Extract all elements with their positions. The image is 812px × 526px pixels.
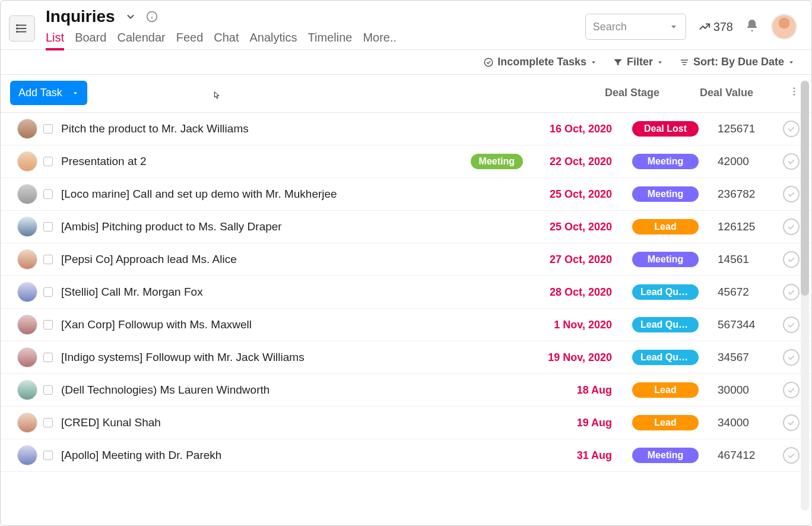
complete-task-button[interactable] <box>783 284 800 300</box>
assignee-avatar[interactable] <box>17 217 37 237</box>
task-checkbox[interactable] <box>43 451 53 460</box>
task-checkbox[interactable] <box>43 255 53 264</box>
task-row[interactable]: [Ambis] Pitching product to Ms. Sally Dr… <box>1 211 811 243</box>
col-header-value[interactable]: Deal Value <box>700 87 771 99</box>
task-title[interactable]: (Dell Technologies) Ms Lauren Windworth <box>61 384 529 397</box>
complete-task-button[interactable] <box>783 218 800 235</box>
deal-stage-pill[interactable]: Deal Lost <box>632 121 699 137</box>
deal-stage-pill[interactable]: Meeting <box>632 252 699 267</box>
task-title[interactable]: [Apollo] Meeting with Dr. Parekh <box>61 449 529 462</box>
deal-stage-pill[interactable]: Lead <box>632 415 699 430</box>
assignee-avatar[interactable] <box>17 282 37 302</box>
complete-task-button[interactable] <box>783 414 800 431</box>
user-avatar[interactable] <box>771 14 797 40</box>
svg-marker-12 <box>658 61 662 64</box>
complete-task-button[interactable] <box>783 349 800 366</box>
task-row[interactable]: Pitch the product to Mr. Jack Williams16… <box>1 113 811 145</box>
task-due-date: 28 Oct, 2020 <box>529 286 612 299</box>
assignee-avatar[interactable] <box>17 151 37 172</box>
complete-task-button[interactable] <box>783 382 800 398</box>
task-row[interactable]: [Stellio] Call Mr. Morgan Fox28 Oct, 202… <box>1 276 811 309</box>
notifications-button[interactable] <box>745 18 759 35</box>
assignee-avatar[interactable] <box>17 347 37 367</box>
scrollbar-thumb[interactable] <box>801 81 809 296</box>
complete-task-button[interactable] <box>783 251 800 268</box>
svg-point-3 <box>17 25 18 26</box>
task-checkbox[interactable] <box>43 353 53 362</box>
task-row[interactable]: [Indigo systems] Followup with Mr. Jack … <box>1 341 811 374</box>
svg-point-19 <box>794 91 795 93</box>
assignee-avatar[interactable] <box>17 413 37 433</box>
assignee-avatar[interactable] <box>17 380 37 400</box>
task-checkbox[interactable] <box>43 157 53 166</box>
task-row[interactable]: [CRED] Kunal Shah19 AugLead34000 <box>1 407 811 439</box>
deal-stage-pill[interactable]: Meeting <box>632 448 699 463</box>
task-row[interactable]: [Xan Corp] Followup with Ms. Maxwell1 No… <box>1 309 811 341</box>
task-title[interactable]: Presentation at 2 <box>61 155 471 168</box>
deal-stage-pill[interactable]: Meeting <box>632 186 699 202</box>
task-row[interactable]: [Apollo] Meeting with Dr. Parekh31 AugMe… <box>1 439 811 472</box>
status-filter[interactable]: Incomplete Tasks <box>483 56 597 68</box>
list-toolbar: Incomplete Tasks Filter Sort: By Due Dat… <box>1 49 811 74</box>
task-title[interactable]: [Pepsi Co] Approach lead Ms. Alice <box>61 253 529 266</box>
task-checkbox[interactable] <box>43 189 53 199</box>
activity-stat[interactable]: 378 <box>698 20 733 34</box>
chevron-down-icon <box>669 22 678 31</box>
deal-stage-pill[interactable]: Lead Quali... <box>632 350 699 365</box>
task-row[interactable]: [Loco marine] Call and set up demo with … <box>1 178 811 211</box>
activity-icon <box>698 20 711 33</box>
deal-stage-pill[interactable]: Meeting <box>632 154 699 169</box>
task-title[interactable]: Pitch the product to Mr. Jack Williams <box>61 122 529 135</box>
deal-stage-pill[interactable]: Lead Quali... <box>632 284 699 300</box>
complete-task-button[interactable] <box>783 121 800 137</box>
task-checkbox[interactable] <box>43 124 53 134</box>
tab-chat[interactable]: Chat <box>214 31 239 50</box>
deal-stage-pill[interactable]: Lead Quali... <box>632 317 699 332</box>
filter-button[interactable]: Filter <box>613 56 664 68</box>
task-due-date: 16 Oct, 2020 <box>529 123 612 135</box>
col-header-stage[interactable]: Deal Stage <box>605 87 682 99</box>
tab-list[interactable]: List <box>46 31 64 50</box>
task-title[interactable]: [CRED] Kunal Shah <box>61 416 529 429</box>
scrollbar[interactable] <box>801 81 809 511</box>
assignee-avatar[interactable] <box>17 249 37 270</box>
tab-more[interactable]: More.. <box>363 31 397 50</box>
filter-icon <box>613 57 623 68</box>
assignee-avatar[interactable] <box>17 119 37 139</box>
task-title[interactable]: [Indigo systems] Followup with Mr. Jack … <box>61 351 529 364</box>
task-title[interactable]: [Xan Corp] Followup with Ms. Maxwell <box>61 318 529 331</box>
task-checkbox[interactable] <box>43 287 53 297</box>
tab-analytics[interactable]: Analytics <box>250 31 297 50</box>
task-row[interactable]: [Pepsi Co] Approach lead Ms. Alice27 Oct… <box>1 243 811 276</box>
task-checkbox[interactable] <box>43 418 53 427</box>
task-title[interactable]: [Stellio] Call Mr. Morgan Fox <box>61 286 529 299</box>
menu-button[interactable] <box>9 15 35 42</box>
tab-board[interactable]: Board <box>75 31 106 50</box>
add-task-button[interactable]: Add Task <box>10 81 87 105</box>
deal-stage-pill[interactable]: Lead <box>632 382 699 398</box>
complete-task-button[interactable] <box>783 153 800 170</box>
complete-task-button[interactable] <box>783 316 800 333</box>
title-dropdown-icon[interactable] <box>125 11 137 23</box>
task-title[interactable]: [Loco marine] Call and set up demo with … <box>61 188 529 201</box>
task-title[interactable]: [Ambis] Pitching product to Ms. Sally Dr… <box>61 220 529 233</box>
task-row[interactable]: (Dell Technologies) Ms Lauren Windworth1… <box>1 374 811 407</box>
tab-timeline[interactable]: Timeline <box>308 31 353 50</box>
complete-task-button[interactable] <box>783 447 800 464</box>
assignee-avatar[interactable] <box>17 184 37 204</box>
task-checkbox[interactable] <box>43 222 53 232</box>
info-icon[interactable] <box>146 11 158 23</box>
assignee-avatar[interactable] <box>17 445 37 465</box>
task-row[interactable]: Presentation at 2Meeting22 Oct, 2020Meet… <box>1 145 811 178</box>
tab-feed[interactable]: Feed <box>176 31 204 50</box>
more-columns-button[interactable] <box>789 86 800 100</box>
task-checkbox[interactable] <box>43 320 53 329</box>
tab-calendar[interactable]: Calendar <box>118 31 166 50</box>
complete-task-button[interactable] <box>783 186 800 202</box>
deal-stage-pill[interactable]: Lead <box>632 219 699 235</box>
svg-marker-16 <box>789 61 793 64</box>
sort-button[interactable]: Sort: By Due Date <box>679 56 795 68</box>
assignee-avatar[interactable] <box>17 315 37 335</box>
task-checkbox[interactable] <box>43 385 53 395</box>
search-dropdown[interactable]: Search <box>585 14 686 40</box>
